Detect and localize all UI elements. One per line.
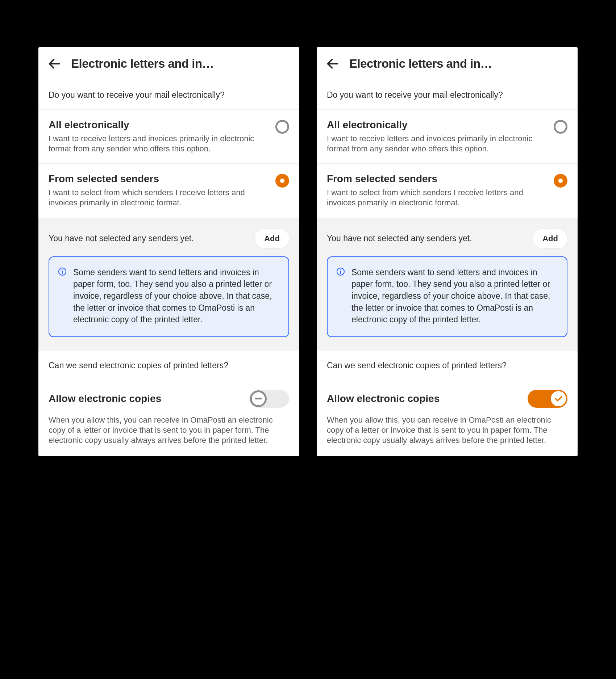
toggle-off-icon: [249, 390, 289, 408]
info-box: Some senders want to send letters and in…: [49, 256, 289, 337]
svg-point-7: [340, 269, 341, 270]
senders-panel: You have not selected any senders yet. A…: [38, 218, 299, 351]
allow-copies-title: Allow electronic copies: [327, 393, 440, 405]
settings-screen-toggle-on: Electronic letters and in… Do you want t…: [317, 47, 578, 456]
radio-selected-icon[interactable]: [554, 174, 567, 188]
allow-copies-desc: When you allow this, you can receive in …: [327, 415, 567, 445]
page-title: Electronic letters and in…: [349, 57, 492, 71]
option-all-electronically[interactable]: All electronically I want to receive let…: [38, 110, 299, 164]
option-title: From selected senders: [49, 173, 270, 185]
svg-point-3: [62, 269, 63, 270]
back-arrow-icon[interactable]: [47, 56, 62, 71]
option-desc: I want to select from which senders I re…: [49, 188, 270, 208]
option-all-electronically[interactable]: All electronically I want to receive let…: [317, 110, 578, 164]
page-title: Electronic letters and in…: [71, 57, 214, 71]
add-sender-button[interactable]: Add: [533, 229, 567, 248]
allow-copies-desc: When you allow this, you can receive in …: [49, 415, 289, 445]
info-text: Some senders want to send letters and in…: [73, 267, 280, 326]
radio-icon[interactable]: [554, 120, 567, 134]
allow-copies-toggle[interactable]: [528, 390, 567, 408]
option-from-selected-senders[interactable]: From selected senders I want to select f…: [38, 164, 299, 218]
option-desc: I want to select from which senders I re…: [327, 188, 548, 208]
radio-selected-icon[interactable]: [275, 174, 289, 188]
option-from-selected-senders[interactable]: From selected senders I want to select f…: [317, 164, 578, 218]
receive-mail-question: Do you want to receive your mail electro…: [317, 80, 578, 110]
option-desc: I want to receive letters and invoices p…: [49, 134, 270, 154]
no-senders-text: You have not selected any senders yet.: [327, 234, 472, 243]
allow-copies-title: Allow electronic copies: [49, 393, 161, 405]
allow-copies-section: Allow electronic copies When you allow t…: [38, 380, 299, 456]
electronic-copies-question: Can we send electronic copies of printed…: [317, 351, 578, 380]
back-arrow-icon[interactable]: [325, 56, 340, 71]
option-title: From selected senders: [327, 173, 548, 185]
option-title: All electronically: [49, 119, 270, 131]
radio-icon[interactable]: [275, 120, 289, 134]
senders-panel: You have not selected any senders yet. A…: [317, 218, 578, 351]
info-icon: [58, 267, 67, 277]
header: Electronic letters and in…: [317, 47, 578, 80]
info-icon: [336, 267, 345, 277]
allow-copies-section: Allow electronic copies When you allow t…: [317, 380, 578, 456]
allow-copies-toggle[interactable]: [249, 390, 289, 408]
info-box: Some senders want to send letters and in…: [327, 256, 567, 337]
settings-screen-toggle-off: Electronic letters and in… Do you want t…: [38, 47, 299, 456]
option-desc: I want to receive letters and invoices p…: [327, 134, 548, 154]
header: Electronic letters and in…: [38, 47, 299, 80]
info-text: Some senders want to send letters and in…: [351, 267, 558, 326]
electronic-copies-question: Can we send electronic copies of printed…: [38, 351, 299, 380]
add-sender-button[interactable]: Add: [255, 229, 289, 248]
receive-mail-question: Do you want to receive your mail electro…: [38, 80, 299, 110]
toggle-on-icon: [528, 390, 567, 408]
no-senders-text: You have not selected any senders yet.: [49, 234, 194, 243]
option-title: All electronically: [327, 119, 548, 131]
